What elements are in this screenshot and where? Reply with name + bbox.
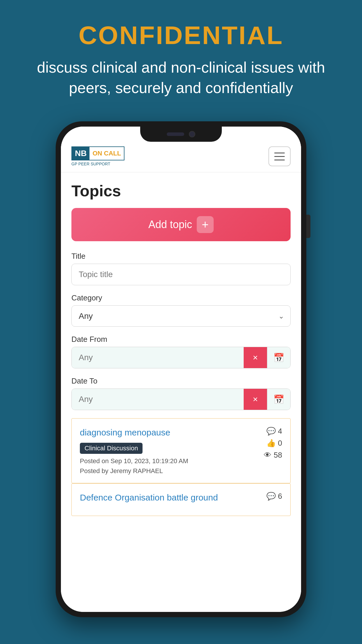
add-topic-label: Add topic [148, 218, 192, 231]
date-to-clear-button[interactable]: × [244, 389, 267, 410]
like-count: 0 [278, 439, 282, 448]
logo-tagline: GP PEER SUPPORT [71, 162, 124, 166]
notch-camera [189, 131, 195, 137]
logo-box: NB ON CALL [71, 146, 124, 160]
page-title: Topics [71, 182, 291, 200]
topic-title-link-2[interactable]: Defence Organisation battle ground [80, 492, 256, 504]
notch-sensor [167, 132, 184, 136]
view-stat: 👁 58 [264, 451, 282, 460]
add-topic-plus-icon: + [197, 216, 214, 233]
comment-icon-2: 💬 [266, 492, 276, 501]
date-to-calendar-button[interactable]: 📅 [267, 389, 290, 410]
comment-icon: 💬 [266, 427, 276, 436]
logo-wrapper: NB ON CALL GP PEER SUPPORT [71, 146, 124, 166]
date-from-calendar-button[interactable]: 📅 [267, 347, 290, 368]
comment-stat: 💬 4 [266, 427, 282, 436]
notch [140, 127, 222, 142]
date-from-filter-section: Date From × 📅 [71, 335, 291, 368]
category-select-wrapper: Any Clinical Discussion Administrative G… [71, 305, 291, 327]
calendar-icon-2: 📅 [273, 394, 284, 405]
phone-screen: NB ON CALL GP PEER SUPPORT Topics [61, 127, 301, 612]
view-icon: 👁 [264, 451, 271, 460]
add-topic-button[interactable]: Add topic + [71, 208, 291, 241]
menu-line-2 [274, 156, 285, 157]
date-from-label: Date From [71, 335, 291, 344]
topic-list: diagnosing menopause Clinical Discussion… [71, 418, 291, 516]
topic-meta-left-2: Defence Organisation battle ground [80, 492, 256, 508]
comment-count: 4 [278, 427, 282, 436]
like-icon: 👍 [266, 439, 276, 448]
topic-title-link[interactable]: diagnosing menopause [80, 427, 256, 439]
main-content: Topics Add topic + Title Category [61, 172, 301, 612]
header-subtitle: discuss clinical and non-clinical issues… [23, 57, 339, 98]
clear-icon-2: × [253, 394, 258, 404]
date-from-input-wrapper: × 📅 [71, 347, 291, 368]
app-content: NB ON CALL GP PEER SUPPORT Topics [61, 127, 301, 612]
date-to-input-wrapper: × 📅 [71, 388, 291, 410]
topic-stats: 💬 4 👍 0 👁 58 [256, 427, 282, 460]
like-stat: 👍 0 [266, 439, 282, 448]
title-filter-label: Title [71, 252, 291, 261]
view-count: 58 [274, 451, 282, 460]
logo-on-call: ON CALL [89, 148, 124, 159]
topic-posted-date: Posted on Sep 10, 2023, 10:19:20 AM [80, 457, 256, 465]
date-from-input[interactable] [72, 347, 244, 368]
phone-wrapper: NB ON CALL GP PEER SUPPORT Topics [56, 121, 306, 617]
category-select[interactable]: Any Clinical Discussion Administrative G… [71, 305, 291, 327]
confidential-title: CONFIDENTIAL [23, 20, 339, 50]
logo-nb: NB [72, 147, 89, 160]
date-from-clear-button[interactable]: × [244, 347, 267, 368]
phone-frame: NB ON CALL GP PEER SUPPORT Topics [56, 121, 306, 617]
topic-meta-left: diagnosing menopause Clinical Discussion… [80, 427, 256, 475]
topic-item: diagnosing menopause Clinical Discussion… [71, 418, 291, 483]
topic-posted-by: Posted by Jeremy RAPHAEL [80, 467, 256, 475]
page-header: CONFIDENTIAL discuss clinical and non-cl… [0, 0, 362, 110]
menu-line-3 [274, 160, 285, 160]
clear-icon: × [253, 353, 258, 363]
phone-button-right [306, 215, 310, 238]
topic-category-badge: Clinical Discussion [80, 443, 143, 454]
date-to-filter-section: Date To × 📅 [71, 377, 291, 410]
topic-item-2: Defence Organisation battle ground 💬 6 [71, 483, 291, 516]
category-filter-label: Category [71, 293, 291, 302]
topic-meta-row-2: Defence Organisation battle ground 💬 6 [80, 492, 282, 508]
topic-stats-2: 💬 6 [256, 492, 282, 501]
date-to-input[interactable] [72, 389, 244, 410]
menu-button[interactable] [268, 146, 291, 166]
logo-container: NB ON CALL [71, 146, 124, 160]
menu-line-1 [274, 153, 285, 153]
comment-stat-2: 💬 6 [266, 492, 282, 501]
topic-meta-row: diagnosing menopause Clinical Discussion… [80, 427, 282, 475]
title-filter-input[interactable] [71, 264, 291, 285]
calendar-icon: 📅 [273, 353, 284, 363]
category-filter-section: Category Any Clinical Discussion Adminis… [71, 293, 291, 327]
title-filter-section: Title [71, 252, 291, 285]
date-to-label: Date To [71, 377, 291, 386]
comment-count-2: 6 [278, 492, 282, 501]
